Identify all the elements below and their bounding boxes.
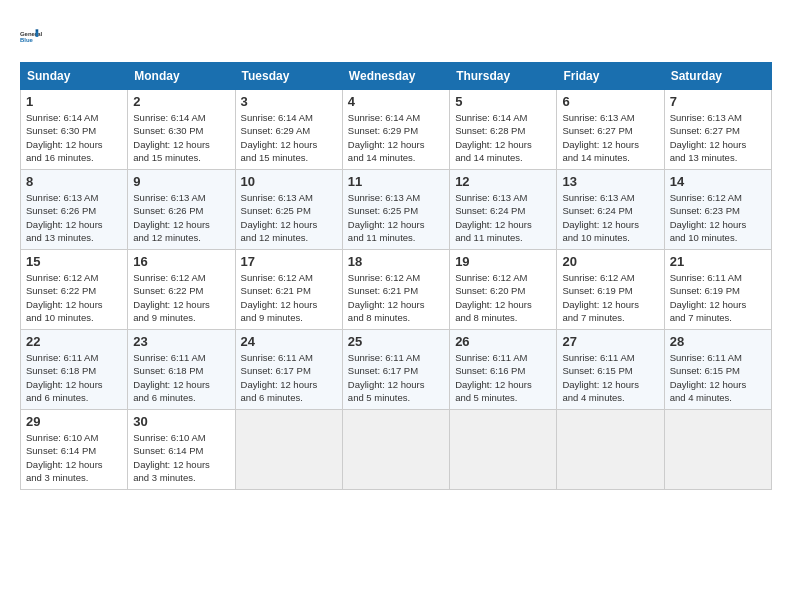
day-info: Sunrise: 6:12 AM Sunset: 6:21 PM Dayligh… bbox=[241, 271, 337, 324]
day-info: Sunrise: 6:13 AM Sunset: 6:27 PM Dayligh… bbox=[670, 111, 766, 164]
day-number: 23 bbox=[133, 334, 229, 349]
calendar-cell: 28Sunrise: 6:11 AM Sunset: 6:15 PM Dayli… bbox=[664, 330, 771, 410]
svg-text:Blue: Blue bbox=[20, 37, 34, 43]
day-number: 7 bbox=[670, 94, 766, 109]
day-info: Sunrise: 6:12 AM Sunset: 6:23 PM Dayligh… bbox=[670, 191, 766, 244]
day-number: 26 bbox=[455, 334, 551, 349]
day-number: 9 bbox=[133, 174, 229, 189]
day-info: Sunrise: 6:14 AM Sunset: 6:30 PM Dayligh… bbox=[26, 111, 122, 164]
day-number: 19 bbox=[455, 254, 551, 269]
calendar-cell: 24Sunrise: 6:11 AM Sunset: 6:17 PM Dayli… bbox=[235, 330, 342, 410]
day-number: 29 bbox=[26, 414, 122, 429]
calendar-cell: 9Sunrise: 6:13 AM Sunset: 6:26 PM Daylig… bbox=[128, 170, 235, 250]
calendar-cell: 12Sunrise: 6:13 AM Sunset: 6:24 PM Dayli… bbox=[450, 170, 557, 250]
day-number: 15 bbox=[26, 254, 122, 269]
day-info: Sunrise: 6:12 AM Sunset: 6:19 PM Dayligh… bbox=[562, 271, 658, 324]
calendar-cell bbox=[342, 410, 449, 490]
day-info: Sunrise: 6:13 AM Sunset: 6:25 PM Dayligh… bbox=[348, 191, 444, 244]
svg-text:General: General bbox=[20, 31, 42, 37]
day-info: Sunrise: 6:11 AM Sunset: 6:19 PM Dayligh… bbox=[670, 271, 766, 324]
day-info: Sunrise: 6:10 AM Sunset: 6:14 PM Dayligh… bbox=[26, 431, 122, 484]
day-number: 8 bbox=[26, 174, 122, 189]
calendar-cell: 23Sunrise: 6:11 AM Sunset: 6:18 PM Dayli… bbox=[128, 330, 235, 410]
column-header-monday: Monday bbox=[128, 63, 235, 90]
day-number: 16 bbox=[133, 254, 229, 269]
day-info: Sunrise: 6:13 AM Sunset: 6:27 PM Dayligh… bbox=[562, 111, 658, 164]
day-info: Sunrise: 6:14 AM Sunset: 6:29 AM Dayligh… bbox=[241, 111, 337, 164]
calendar-cell: 2Sunrise: 6:14 AM Sunset: 6:30 PM Daylig… bbox=[128, 90, 235, 170]
day-info: Sunrise: 6:13 AM Sunset: 6:24 PM Dayligh… bbox=[455, 191, 551, 244]
day-number: 18 bbox=[348, 254, 444, 269]
day-info: Sunrise: 6:10 AM Sunset: 6:14 PM Dayligh… bbox=[133, 431, 229, 484]
calendar-cell: 30Sunrise: 6:10 AM Sunset: 6:14 PM Dayli… bbox=[128, 410, 235, 490]
calendar-cell bbox=[450, 410, 557, 490]
calendar-cell: 6Sunrise: 6:13 AM Sunset: 6:27 PM Daylig… bbox=[557, 90, 664, 170]
day-number: 28 bbox=[670, 334, 766, 349]
calendar-cell bbox=[557, 410, 664, 490]
calendar-table: SundayMondayTuesdayWednesdayThursdayFrid… bbox=[20, 62, 772, 490]
day-info: Sunrise: 6:12 AM Sunset: 6:21 PM Dayligh… bbox=[348, 271, 444, 324]
day-info: Sunrise: 6:11 AM Sunset: 6:16 PM Dayligh… bbox=[455, 351, 551, 404]
week-row-1: 1Sunrise: 6:14 AM Sunset: 6:30 PM Daylig… bbox=[21, 90, 772, 170]
page-header: General Blue bbox=[20, 20, 772, 52]
day-number: 22 bbox=[26, 334, 122, 349]
day-number: 6 bbox=[562, 94, 658, 109]
calendar-cell: 18Sunrise: 6:12 AM Sunset: 6:21 PM Dayli… bbox=[342, 250, 449, 330]
day-info: Sunrise: 6:12 AM Sunset: 6:20 PM Dayligh… bbox=[455, 271, 551, 324]
logo: General Blue bbox=[20, 20, 52, 52]
day-info: Sunrise: 6:11 AM Sunset: 6:17 PM Dayligh… bbox=[348, 351, 444, 404]
calendar-cell: 20Sunrise: 6:12 AM Sunset: 6:19 PM Dayli… bbox=[557, 250, 664, 330]
day-info: Sunrise: 6:13 AM Sunset: 6:26 PM Dayligh… bbox=[26, 191, 122, 244]
calendar-cell: 14Sunrise: 6:12 AM Sunset: 6:23 PM Dayli… bbox=[664, 170, 771, 250]
calendar-cell bbox=[664, 410, 771, 490]
day-info: Sunrise: 6:14 AM Sunset: 6:28 PM Dayligh… bbox=[455, 111, 551, 164]
day-number: 12 bbox=[455, 174, 551, 189]
calendar-cell: 16Sunrise: 6:12 AM Sunset: 6:22 PM Dayli… bbox=[128, 250, 235, 330]
calendar-cell: 22Sunrise: 6:11 AM Sunset: 6:18 PM Dayli… bbox=[21, 330, 128, 410]
day-info: Sunrise: 6:11 AM Sunset: 6:15 PM Dayligh… bbox=[670, 351, 766, 404]
day-info: Sunrise: 6:13 AM Sunset: 6:24 PM Dayligh… bbox=[562, 191, 658, 244]
day-number: 5 bbox=[455, 94, 551, 109]
calendar-cell: 1Sunrise: 6:14 AM Sunset: 6:30 PM Daylig… bbox=[21, 90, 128, 170]
calendar-body: 1Sunrise: 6:14 AM Sunset: 6:30 PM Daylig… bbox=[21, 90, 772, 490]
day-number: 4 bbox=[348, 94, 444, 109]
header-row: SundayMondayTuesdayWednesdayThursdayFrid… bbox=[21, 63, 772, 90]
day-info: Sunrise: 6:11 AM Sunset: 6:18 PM Dayligh… bbox=[26, 351, 122, 404]
calendar-cell bbox=[235, 410, 342, 490]
day-info: Sunrise: 6:14 AM Sunset: 6:29 PM Dayligh… bbox=[348, 111, 444, 164]
day-info: Sunrise: 6:13 AM Sunset: 6:26 PM Dayligh… bbox=[133, 191, 229, 244]
calendar-cell: 11Sunrise: 6:13 AM Sunset: 6:25 PM Dayli… bbox=[342, 170, 449, 250]
day-number: 1 bbox=[26, 94, 122, 109]
calendar-cell: 7Sunrise: 6:13 AM Sunset: 6:27 PM Daylig… bbox=[664, 90, 771, 170]
column-header-tuesday: Tuesday bbox=[235, 63, 342, 90]
day-number: 27 bbox=[562, 334, 658, 349]
calendar-cell: 4Sunrise: 6:14 AM Sunset: 6:29 PM Daylig… bbox=[342, 90, 449, 170]
day-number: 17 bbox=[241, 254, 337, 269]
day-info: Sunrise: 6:11 AM Sunset: 6:15 PM Dayligh… bbox=[562, 351, 658, 404]
calendar-cell: 17Sunrise: 6:12 AM Sunset: 6:21 PM Dayli… bbox=[235, 250, 342, 330]
day-number: 11 bbox=[348, 174, 444, 189]
day-info: Sunrise: 6:14 AM Sunset: 6:30 PM Dayligh… bbox=[133, 111, 229, 164]
calendar-cell: 26Sunrise: 6:11 AM Sunset: 6:16 PM Dayli… bbox=[450, 330, 557, 410]
calendar-cell: 25Sunrise: 6:11 AM Sunset: 6:17 PM Dayli… bbox=[342, 330, 449, 410]
week-row-5: 29Sunrise: 6:10 AM Sunset: 6:14 PM Dayli… bbox=[21, 410, 772, 490]
day-info: Sunrise: 6:12 AM Sunset: 6:22 PM Dayligh… bbox=[133, 271, 229, 324]
calendar-cell: 3Sunrise: 6:14 AM Sunset: 6:29 AM Daylig… bbox=[235, 90, 342, 170]
day-number: 10 bbox=[241, 174, 337, 189]
week-row-2: 8Sunrise: 6:13 AM Sunset: 6:26 PM Daylig… bbox=[21, 170, 772, 250]
day-number: 24 bbox=[241, 334, 337, 349]
day-info: Sunrise: 6:11 AM Sunset: 6:18 PM Dayligh… bbox=[133, 351, 229, 404]
calendar-header: SundayMondayTuesdayWednesdayThursdayFrid… bbox=[21, 63, 772, 90]
day-number: 20 bbox=[562, 254, 658, 269]
column-header-thursday: Thursday bbox=[450, 63, 557, 90]
day-number: 21 bbox=[670, 254, 766, 269]
column-header-friday: Friday bbox=[557, 63, 664, 90]
calendar-cell: 21Sunrise: 6:11 AM Sunset: 6:19 PM Dayli… bbox=[664, 250, 771, 330]
column-header-sunday: Sunday bbox=[21, 63, 128, 90]
calendar-cell: 15Sunrise: 6:12 AM Sunset: 6:22 PM Dayli… bbox=[21, 250, 128, 330]
day-number: 30 bbox=[133, 414, 229, 429]
day-number: 2 bbox=[133, 94, 229, 109]
day-info: Sunrise: 6:13 AM Sunset: 6:25 PM Dayligh… bbox=[241, 191, 337, 244]
day-number: 13 bbox=[562, 174, 658, 189]
day-info: Sunrise: 6:12 AM Sunset: 6:22 PM Dayligh… bbox=[26, 271, 122, 324]
